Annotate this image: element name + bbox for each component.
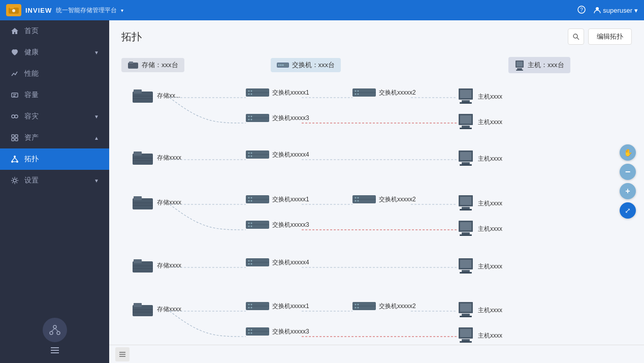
svg-point-101	[355, 197, 357, 199]
sidebar-label-performance: 性能	[24, 69, 39, 78]
list-view-button[interactable]	[115, 347, 130, 361]
svg-point-15	[14, 156, 16, 158]
host1-node-2[interactable]: 主机xxxx	[457, 149, 502, 168]
switch3-node-5[interactable]: 交换机xxxxx3	[246, 326, 309, 337]
switch4-node-4[interactable]: 交换机xxxxx4	[246, 257, 309, 267]
svg-rect-132	[460, 272, 472, 274]
svg-rect-46	[134, 89, 142, 94]
storage-node-4[interactable]: 存储xxxx	[132, 257, 181, 274]
switch3-node-3[interactable]: 交换机xxxxx3	[246, 220, 309, 230]
storage-group-header: 存储：xxx台	[121, 58, 184, 72]
host2-icon-5	[457, 326, 475, 345]
svg-rect-87	[462, 162, 470, 164]
switch1-node-3[interactable]: 交换机xxxxx1	[246, 194, 309, 204]
sidebar-list-button[interactable]	[50, 346, 60, 357]
svg-rect-120	[134, 259, 142, 263]
switch3-node-1[interactable]: 交换机xxxxx3	[246, 113, 309, 123]
svg-rect-14	[15, 138, 18, 141]
svg-point-155	[248, 329, 250, 331]
storage-node-2[interactable]: 存储xxxx	[132, 149, 181, 166]
switch2-node-3[interactable]: 交换机xxxxx2	[352, 194, 416, 204]
svg-point-30	[573, 34, 577, 38]
host2-label-3: 主机xxxx	[478, 225, 502, 233]
storage-label-2: 存储xxxx	[157, 154, 181, 162]
switch2-label-1: 交换机xxxxx2	[379, 88, 416, 97]
host2-node-1[interactable]: 主机xxxx	[457, 113, 502, 131]
topology-canvas[interactable]: 存储：xxx台 交换机：xxx台	[109, 49, 644, 345]
svg-point-156	[251, 329, 252, 331]
sidebar-item-settings[interactable]: 设置 ▼	[0, 170, 109, 191]
svg-point-84	[251, 156, 252, 157]
svg-rect-1	[10, 6, 14, 9]
search-button[interactable]	[568, 28, 584, 45]
svg-rect-150	[460, 304, 471, 312]
storage-icon-2	[132, 149, 154, 166]
sidebar-item-topology[interactable]: 拓扑	[0, 148, 109, 170]
switch-group-label: 交换机：xxx台	[292, 60, 335, 70]
host1-label-2: 主机xxxx	[478, 155, 502, 163]
svg-point-148	[358, 307, 359, 309]
host2-node-3[interactable]: 主机xxxx	[457, 220, 502, 238]
svg-line-18	[12, 158, 15, 161]
host1-node-4[interactable]: 主机xxxx	[457, 257, 502, 276]
storage-header-icon	[127, 60, 139, 70]
topbar-left: INVIEW 统一智能存储管理平台 ▾	[6, 4, 123, 16]
sidebar-item-home[interactable]: 首页	[0, 20, 109, 42]
host1-node-1[interactable]: 主机xxxx	[457, 87, 502, 106]
sidebar-item-health[interactable]: 健康 ▼	[0, 42, 109, 63]
topology-icon	[10, 155, 19, 164]
svg-line-26	[55, 328, 58, 331]
sidebar: 首页 健康 ▼ 性能 容量 容灾 ▼	[0, 20, 109, 363]
pan-tool-button[interactable]: ✋	[620, 144, 636, 161]
switch1-node-5[interactable]: 交换机xxxxx1	[246, 301, 309, 311]
sidebar-item-assets[interactable]: 资产 ▲	[0, 127, 109, 148]
svg-line-25	[51, 328, 55, 331]
main-layout: 首页 健康 ▼ 性能 容量 容灾 ▼	[0, 20, 644, 363]
sidebar-topology-button[interactable]	[43, 318, 67, 342]
svg-text:?: ?	[580, 7, 583, 13]
svg-rect-106	[460, 197, 471, 205]
host2-icon-3	[457, 220, 475, 238]
host1-node-3[interactable]: 主机xxxx	[457, 194, 502, 213]
svg-point-140	[251, 304, 252, 306]
zoom-in-button[interactable]: +	[620, 183, 636, 199]
host-header-icon	[514, 59, 525, 71]
svg-point-98	[251, 200, 252, 202]
zoom-out-button[interactable]: −	[620, 164, 636, 180]
switch4-node-2[interactable]: 交换机xxxxx4	[246, 149, 309, 160]
host1-node-5[interactable]: 主机xxxx	[457, 301, 502, 319]
host2-node-5[interactable]: 主机xxxx	[457, 326, 502, 345]
storage-label-3: 存储xxxx	[157, 198, 181, 207]
svg-rect-162	[460, 341, 472, 343]
svg-point-24	[57, 331, 60, 335]
topbar: INVIEW 统一智能存储管理平台 ▾ ? superuser ▾	[0, 0, 644, 20]
host1-icon-4	[457, 257, 475, 276]
help-icon[interactable]: ?	[577, 6, 586, 15]
edit-topology-button[interactable]: 编辑拓扑	[588, 28, 632, 45]
sidebar-label-topology: 拓扑	[24, 155, 39, 164]
fit-view-button[interactable]: ⤢	[620, 202, 636, 219]
svg-point-21	[13, 179, 16, 182]
switch1-icon-1	[246, 87, 269, 98]
storage-node-1[interactable]: 存储xx...	[132, 87, 180, 104]
switch2-node-5[interactable]: 交换机xxxxx2	[352, 301, 416, 311]
svg-point-112	[251, 223, 252, 224]
switch2-node-1[interactable]: 交换机xxxxx2	[352, 87, 416, 98]
switch3-label-5: 交换机xxxxx3	[272, 327, 309, 336]
storage-icon-4	[132, 257, 154, 274]
storage-node-5[interactable]: 存储xxxx	[132, 301, 181, 317]
svg-point-96	[251, 197, 252, 199]
user-menu[interactable]: superuser ▾	[594, 7, 638, 14]
sidebar-item-capacity[interactable]: 容量	[0, 84, 109, 106]
subtitle-dropdown-icon[interactable]: ▾	[121, 8, 123, 13]
switch1-node-1[interactable]: 交换机xxxxx1	[246, 87, 309, 98]
sidebar-item-performance[interactable]: 性能	[0, 63, 109, 84]
app-logo	[6, 4, 21, 16]
svg-point-58	[358, 90, 359, 92]
svg-point-142	[251, 307, 252, 309]
storage-node-3[interactable]: 存储xxxx	[132, 194, 181, 210]
svg-point-54	[251, 94, 252, 95]
sidebar-item-disaster[interactable]: 容灾 ▼	[0, 106, 109, 127]
svg-point-69	[248, 119, 250, 120]
sidebar-label-health: 健康	[24, 48, 39, 57]
